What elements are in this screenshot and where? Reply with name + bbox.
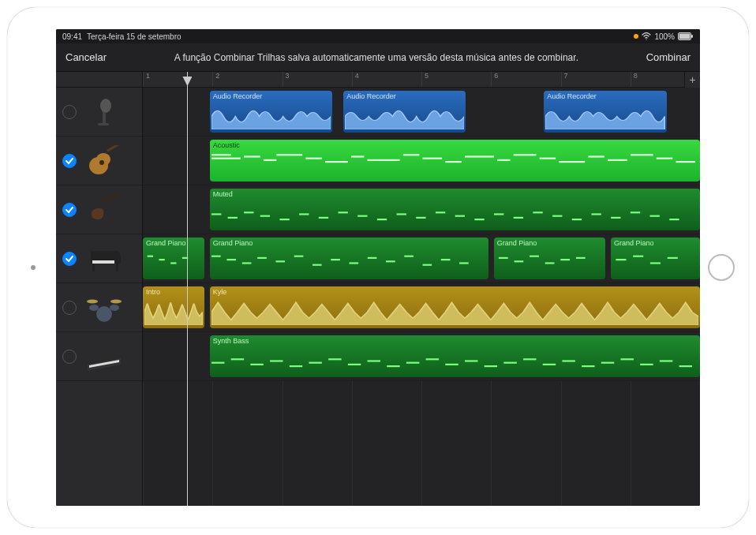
svg-rect-29 [422, 158, 442, 159]
microphone-icon [84, 96, 124, 128]
svg-rect-77 [331, 259, 340, 260]
region-label: Grand Piano [213, 239, 253, 247]
select-checkbox-piano[interactable] [62, 252, 77, 266]
region-label: Acoustic [213, 141, 240, 149]
midi-region[interactable]: Muted [210, 189, 700, 230]
front-camera [31, 265, 36, 270]
timeline-ruler[interactable]: 1 2 3 4 5 6 7 8 + [143, 72, 700, 88]
svg-rect-90 [576, 257, 586, 259]
region-label: Audio Recorder [213, 92, 263, 100]
midi-region[interactable]: Grand Piano [611, 238, 700, 279]
svg-rect-35 [559, 161, 585, 163]
svg-rect-117 [640, 364, 653, 365]
audio-region[interactable]: Kyle [210, 286, 700, 328]
svg-rect-42 [227, 217, 237, 219]
svg-rect-109 [484, 365, 496, 367]
bar-marker: 1 [143, 72, 212, 87]
svg-rect-44 [260, 215, 269, 217]
cancel-button[interactable]: Cancelar [65, 51, 107, 63]
select-checkbox-drums[interactable] [62, 301, 77, 315]
track-header-piano[interactable] [56, 234, 142, 283]
track-header-bass-guitar[interactable] [56, 185, 142, 234]
svg-rect-107 [445, 364, 458, 365]
home-button[interactable] [708, 254, 735, 281]
select-checkbox-mic[interactable] [62, 105, 77, 119]
track-header-mic[interactable] [56, 88, 142, 137]
svg-rect-110 [503, 362, 516, 364]
svg-point-15 [89, 305, 99, 311]
svg-rect-41 [211, 213, 221, 215]
combine-button[interactable]: Combinar [646, 51, 691, 63]
svg-rect-96 [230, 358, 243, 360]
svg-rect-51 [396, 213, 406, 215]
svg-rect-43 [244, 211, 253, 213]
audio-region[interactable]: Audio Recorder [343, 91, 466, 133]
svg-rect-4 [103, 112, 106, 123]
svg-rect-114 [582, 365, 594, 367]
svg-rect-71 [226, 259, 236, 260]
svg-rect-23 [276, 154, 302, 155]
midi-region[interactable]: Acoustic [210, 140, 700, 181]
track-headers-column [56, 72, 143, 506]
grand-piano-icon [84, 243, 124, 275]
tracks-canvas[interactable]: 1 2 3 4 5 6 7 8 + Audio Recorder [143, 72, 700, 506]
svg-rect-82 [422, 264, 432, 266]
svg-rect-53 [436, 211, 445, 213]
track-header-drums[interactable] [56, 283, 142, 332]
svg-rect-66 [148, 256, 153, 257]
svg-rect-28 [403, 154, 420, 155]
svg-rect-31 [465, 155, 494, 157]
track-lane-acoustic[interactable]: Acoustic [143, 137, 700, 185]
add-track-button[interactable]: + [684, 72, 700, 88]
status-date: Terça-feira 15 de setembro [87, 32, 182, 41]
svg-rect-49 [357, 215, 367, 217]
audio-region[interactable]: Audio Recorder [544, 91, 666, 133]
svg-rect-74 [275, 260, 285, 262]
select-checkbox-bass[interactable] [62, 203, 77, 217]
playhead[interactable] [187, 72, 188, 506]
select-checkbox-synth[interactable] [62, 350, 77, 364]
bar-marker: 6 [491, 72, 560, 87]
svg-rect-81 [404, 256, 414, 257]
svg-rect-62 [611, 217, 620, 219]
bar-marker: 4 [352, 72, 421, 87]
svg-point-16 [110, 305, 119, 311]
bar-marker: 2 [212, 72, 282, 87]
svg-rect-5 [98, 123, 109, 125]
svg-rect-97 [250, 364, 263, 365]
select-checkbox-acoustic[interactable] [62, 154, 77, 168]
svg-rect-76 [313, 264, 322, 266]
svg-rect-63 [631, 211, 640, 213]
svg-rect-30 [445, 161, 462, 163]
svg-rect-108 [465, 360, 477, 361]
audio-region[interactable]: Audio Recorder [210, 91, 332, 133]
svg-rect-85 [499, 257, 508, 259]
svg-rect-60 [571, 219, 581, 220]
midi-region[interactable]: Synth Bass [210, 335, 700, 377]
svg-rect-89 [560, 259, 570, 260]
midi-region[interactable]: Grand Piano [210, 238, 488, 279]
svg-rect-47 [319, 217, 328, 219]
track-header-synth[interactable] [56, 332, 142, 381]
svg-rect-68 [170, 262, 176, 264]
svg-rect-1 [679, 34, 691, 39]
track-lane-drums[interactable]: Intro Kyle [143, 283, 700, 332]
svg-rect-45 [279, 219, 289, 220]
svg-rect-83 [441, 259, 451, 260]
track-header-acoustic-guitar[interactable] [56, 137, 142, 185]
region-label: Audio Recorder [547, 92, 597, 100]
svg-rect-103 [367, 360, 380, 361]
svg-point-18 [110, 299, 122, 303]
audio-region[interactable]: Intro [143, 286, 204, 328]
midi-region[interactable]: Grand Piano [143, 238, 204, 279]
track-lane-bass[interactable]: Muted [143, 185, 700, 234]
track-lane-mic[interactable]: Audio Recorder Audio Recorder Audio Reco… [143, 88, 700, 137]
midi-region[interactable]: Grand Piano [494, 238, 605, 279]
tracks-workspace: 1 2 3 4 5 6 7 8 + Audio Recorder [56, 72, 700, 506]
track-lane-piano[interactable]: Grand Piano Grand Piano Grand Piano Gran… [143, 234, 700, 283]
svg-rect-104 [387, 365, 399, 367]
bar-marker: 3 [283, 72, 352, 87]
svg-rect-113 [562, 360, 574, 361]
svg-rect-34 [539, 158, 556, 159]
track-lane-synth[interactable]: Synth Bass [143, 332, 700, 381]
